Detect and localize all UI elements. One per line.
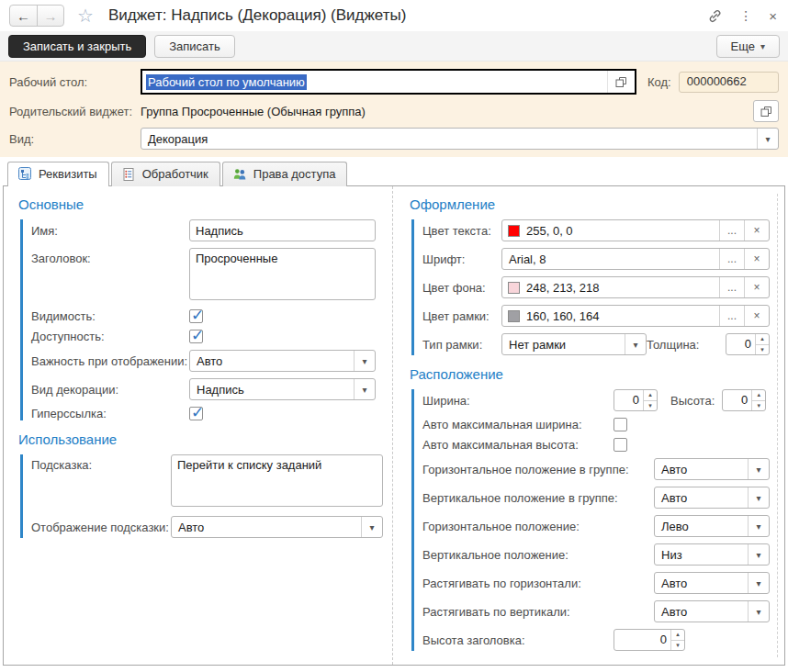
width-value: 0 <box>614 390 643 410</box>
frame-type-combobox[interactable]: Нет рамки ▾ <box>501 333 647 355</box>
more-actions-button[interactable]: Еще ▾ <box>716 35 780 58</box>
tab-attributes-label: Реквизиты <box>39 167 97 181</box>
tab-access-rights[interactable]: Права доступа <box>222 162 348 186</box>
desktop-input[interactable]: Рабочий стол по умолчанию <box>141 69 636 95</box>
spin-down-icon[interactable]: ▾ <box>644 401 657 411</box>
titlebar-actions: ⋮ × <box>707 8 777 24</box>
v-pos-combobox[interactable]: Низ ▾ <box>654 543 770 566</box>
open-squares-icon <box>760 106 772 118</box>
forward-button[interactable]: → <box>37 6 63 26</box>
stretch-v-row: Растягивать по вертикали: Авто ▾ <box>422 600 770 622</box>
tab-access-rights-label: Права доступа <box>253 167 336 181</box>
titlebar: ← → ☆ Виджет: Надпись (Декорация) (Видже… <box>0 0 788 31</box>
ellipsis-button[interactable]: ... <box>719 220 744 241</box>
auto-max-width-checkbox[interactable]: ✓ <box>614 418 627 431</box>
ellipsis-button[interactable]: ... <box>719 277 744 297</box>
thickness-spinner[interactable]: 0 ▴ ▾ <box>726 333 770 355</box>
hyperlink-checkbox[interactable]: ✓ <box>189 407 203 420</box>
spin-down-icon[interactable]: ▾ <box>752 401 765 411</box>
chevron-down-icon[interactable]: ▾ <box>354 379 375 399</box>
v-pos-in-group-combobox[interactable]: Авто ▾ <box>654 487 770 509</box>
width-spinner[interactable]: 0 ▴ ▾ <box>614 389 658 411</box>
importance-combobox[interactable]: Авто ▾ <box>189 350 376 372</box>
save-and-close-button[interactable]: Записать и закрыть <box>8 35 146 58</box>
chevron-down-icon[interactable]: ▾ <box>748 459 769 479</box>
back-button[interactable]: ← <box>10 6 37 26</box>
section-basic: Основные <box>18 196 383 212</box>
chevron-down-icon[interactable]: ▾ <box>748 601 769 622</box>
chevron-down-icon[interactable]: ▾ <box>361 517 382 537</box>
h-pos-in-group-combobox[interactable]: Авто ▾ <box>654 458 770 480</box>
v-pos-in-group-row: Вертикальное положение в группе: Авто ▾ <box>422 487 770 509</box>
chevron-down-icon[interactable]: ▾ <box>625 334 646 354</box>
name-label: Имя: <box>31 224 189 238</box>
text-color-field[interactable]: 255, 0, 0 ... × <box>501 219 770 241</box>
spin-up-icon[interactable]: ▴ <box>644 390 657 401</box>
widget-editor-window: ← → ☆ Виджет: Надпись (Декорация) (Видже… <box>0 0 788 672</box>
decoration-kind-combobox[interactable]: Надпись ▾ <box>189 378 376 400</box>
chevron-down-icon[interactable]: ▾ <box>748 516 769 536</box>
favorite-star-icon[interactable]: ☆ <box>77 6 94 25</box>
back-color-value: 248, 213, 218 <box>526 281 719 295</box>
name-input[interactable] <box>189 219 376 241</box>
spin-up-icon[interactable]: ▴ <box>752 390 765 401</box>
stretch-v-combobox[interactable]: Авто ▾ <box>654 600 770 622</box>
width-label: Ширина: <box>422 394 614 408</box>
chevron-down-icon[interactable]: ▾ <box>757 129 778 149</box>
clear-button[interactable]: × <box>744 277 769 297</box>
link-icon[interactable] <box>707 8 723 24</box>
ellipsis-button[interactable]: ... <box>719 306 744 326</box>
tooltip-display-combobox[interactable]: Авто ▾ <box>171 516 383 538</box>
tab-handler[interactable]: Обработчик <box>111 162 220 186</box>
chevron-down-icon[interactable]: ▾ <box>748 544 769 565</box>
clear-button[interactable]: × <box>744 249 769 269</box>
ellipsis-button[interactable]: ... <box>719 249 744 269</box>
visibility-checkbox[interactable]: ✓ <box>189 309 203 323</box>
visibility-label: Видимость: <box>31 309 189 323</box>
auto-max-width-row: Авто максимальная ширина: ✓ <box>422 418 770 431</box>
frame-type-row: Тип рамки: Нет рамки ▾ Толщина: 0 ▴ ▾ <box>422 333 770 355</box>
spin-up-icon[interactable]: ▴ <box>756 334 769 345</box>
spin-down-icon[interactable]: ▾ <box>756 345 769 355</box>
save-button[interactable]: Записать <box>154 35 235 58</box>
title-row: Заголовок: Просроченные <box>31 248 383 303</box>
open-squares-icon <box>615 76 627 88</box>
decoration-kind-value: Надпись <box>190 383 354 397</box>
auto-max-height-checkbox[interactable]: ✓ <box>614 438 627 452</box>
parent-widget-choose-button[interactable] <box>753 100 779 122</box>
more-menu-icon[interactable]: ⋮ <box>739 8 752 23</box>
tooltip-textarea[interactable]: Перейти к списку заданий <box>171 454 383 507</box>
desktop-choose-button[interactable] <box>607 71 635 93</box>
tab-attributes[interactable]: Реквизиты <box>7 162 109 186</box>
spin-up-icon[interactable]: ▴ <box>671 630 684 641</box>
h-pos-combobox[interactable]: Лево ▾ <box>654 515 770 537</box>
availability-checkbox[interactable]: ✓ <box>189 330 203 343</box>
v-pos-value: Низ <box>655 548 748 562</box>
chevron-down-icon[interactable]: ▾ <box>354 351 375 371</box>
thickness-value: 0 <box>726 334 755 354</box>
spin-down-icon[interactable]: ▾ <box>671 641 684 651</box>
name-row: Имя: <box>31 219 383 241</box>
clear-button[interactable]: × <box>744 306 769 326</box>
kind-combobox[interactable]: Декорация ▾ <box>141 128 779 150</box>
chevron-down-icon[interactable]: ▾ <box>748 487 769 508</box>
clear-button[interactable]: × <box>744 220 769 241</box>
close-icon[interactable]: × <box>769 8 777 24</box>
title-height-spinner[interactable]: 0 ▴ ▾ <box>614 629 685 651</box>
stretch-h-combobox[interactable]: Авто ▾ <box>654 572 770 594</box>
v-pos-in-group-label: Вертикальное положение в группе: <box>422 491 654 505</box>
title-textarea[interactable]: Просроченные <box>189 248 376 300</box>
code-field: 000000662 <box>679 72 779 93</box>
frame-color-field[interactable]: 160, 160, 164 ... × <box>501 305 770 327</box>
hyperlink-row: Гиперссылка: ✓ <box>31 407 383 420</box>
v-pos-in-group-value: Авто <box>655 491 748 505</box>
title-height-row: Высота заголовка: 0 ▴ ▾ <box>422 629 770 651</box>
back-color-field[interactable]: 248, 213, 218 ... × <box>501 276 770 298</box>
check-icon: ✓ <box>191 403 204 422</box>
chevron-down-icon[interactable]: ▾ <box>748 573 769 593</box>
stretch-h-label: Растягивать по горизонтали: <box>422 577 654 590</box>
tab-handler-label: Обработчик <box>142 167 208 181</box>
font-field[interactable]: Arial, 8 ... × <box>501 248 770 270</box>
decoration-kind-label: Вид декорации: <box>31 383 189 397</box>
height-spinner[interactable]: 0 ▴ ▾ <box>722 389 766 411</box>
